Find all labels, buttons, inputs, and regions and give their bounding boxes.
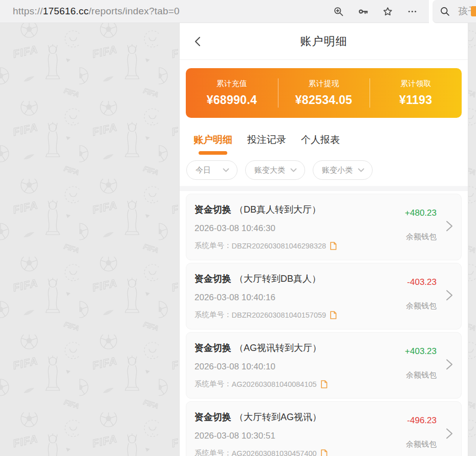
tx-order-label: 系统单号： — [194, 310, 232, 320]
tx-type: 资金切换 — [194, 204, 231, 215]
chevron-down-icon — [358, 168, 364, 172]
summary-label: 累计充值 — [217, 79, 247, 89]
url-path: /reports/index?tab=0 — [89, 6, 180, 16]
address-bar[interactable]: https://175616.cc/reports/index?tab=0 — [0, 0, 429, 23]
tx-description: （大厅转到DB真人） — [234, 274, 321, 284]
section-divider — [180, 186, 468, 191]
panel-header: 账户明细 — [180, 23, 468, 60]
tx-order-number: DBZR202603081040157059 — [232, 311, 327, 319]
tab-label: 账户明细 — [193, 134, 232, 145]
url-prefix: https:// — [13, 6, 43, 16]
tx-type: 资金切换 — [194, 274, 231, 284]
summary-value: ¥1193 — [399, 93, 432, 107]
tx-description: （AG视讯转到大厅） — [234, 343, 321, 353]
tx-order-label: 系统单号： — [194, 379, 232, 389]
transaction-row[interactable]: 资金切换（大厅转到AG视讯） 2026-03-08 10:30:51 系统单号：… — [186, 401, 462, 456]
chevron-down-icon — [290, 168, 297, 172]
tab-account-details[interactable]: 账户明细 — [193, 133, 232, 155]
tx-amount: -496.23 — [407, 416, 437, 426]
copy-icon[interactable] — [330, 242, 337, 250]
tx-type: 资金切换 — [194, 343, 231, 353]
copy-icon[interactable] — [330, 311, 337, 319]
tx-order-number: AG202603081030457400 — [232, 449, 317, 456]
tx-wallet-type: 余额钱包 — [406, 232, 437, 242]
tx-order-number: AG202603081040084105 — [232, 380, 317, 388]
transaction-row[interactable]: 资金切换（DB真人转到大厅） 2026-03-08 10:46:30 系统单号：… — [186, 194, 462, 260]
copy-icon[interactable] — [320, 380, 328, 388]
filter-bar: 今日 账变大类 账变小类 — [186, 160, 468, 180]
tx-amount: +403.23 — [405, 346, 437, 357]
tx-wallet-type: 余额钱包 — [406, 440, 437, 449]
search-icon — [440, 6, 450, 16]
menu-ellipsis-icon[interactable] — [406, 6, 418, 17]
summary-label: 累计领取 — [400, 79, 431, 89]
tx-amount: +480.23 — [405, 208, 437, 218]
transaction-row[interactable]: 资金切换（大厅转到DB真人） 2026-03-08 10:40:16 系统单号：… — [186, 263, 462, 329]
app-panel: 账户明细 累计充值 ¥68990.4 累计提现 ¥82534.05 累计领取 ¥… — [179, 23, 468, 456]
filter-label: 账变小类 — [322, 165, 353, 175]
tx-wallet-type: 余额钱包 — [406, 370, 437, 380]
tx-order-label: 系统单号： — [194, 241, 232, 251]
tx-order-label: 系统单号： — [194, 448, 232, 456]
transaction-list: 资金切换（DB真人转到大厅） 2026-03-08 10:46:30 系统单号：… — [180, 194, 468, 456]
page-background: FIFA FIFA 账户明细 累计充值 ¥68990.4 累计提现 — [0, 23, 476, 456]
filter-label: 账变大类 — [254, 165, 285, 175]
tx-description: （DB真人转到大厅） — [234, 204, 321, 215]
summary-withdraw: 累计提现 ¥82534.05 — [278, 68, 370, 118]
tx-wallet-type: 余额钱包 — [406, 301, 437, 311]
tab-personal-report[interactable]: 个人报表 — [301, 133, 340, 155]
chevron-right-icon — [446, 359, 453, 370]
url-domain: 175616.cc — [43, 6, 89, 16]
tab-bar: 账户明细 投注记录 个人报表 — [193, 133, 468, 155]
summary-card: 累计充值 ¥68990.4 累计提现 ¥82534.05 累计领取 ¥1193 — [186, 68, 462, 118]
browser-toolbar: https://175616.cc/reports/index?tab=0 孩子 — [0, 0, 476, 23]
transaction-row[interactable]: 资金切换（AG视讯转到大厅） 2026-03-08 10:40:10 系统单号：… — [186, 332, 462, 399]
tab-label: 个人报表 — [301, 134, 340, 145]
favorite-star-icon[interactable] — [382, 6, 393, 17]
tab-bet-records[interactable]: 投注记录 — [247, 133, 286, 155]
tab-label: 投注记录 — [247, 134, 286, 145]
summary-value: ¥68990.4 — [207, 93, 257, 107]
summary-recharge: 累计充值 ¥68990.4 — [186, 68, 278, 118]
chevron-right-icon — [446, 289, 453, 301]
tx-type: 资金切换 — [194, 412, 231, 422]
clipped-favicon-icon — [471, 6, 476, 16]
chevron-left-icon — [193, 36, 203, 47]
chevron-right-icon — [446, 428, 453, 439]
zoom-in-icon[interactable] — [333, 6, 344, 17]
url-text[interactable]: https://175616.cc/reports/index?tab=0 — [13, 6, 333, 17]
tx-description: （大厅转到AG视讯） — [234, 412, 321, 422]
chevron-right-icon — [446, 220, 453, 232]
active-tab-underline — [199, 151, 227, 155]
filter-date-dropdown[interactable]: 今日 — [186, 160, 237, 180]
tx-order-number: DBZR202603081046298328 — [232, 242, 327, 250]
page-title: 账户明细 — [300, 34, 348, 49]
summary-value: ¥82534.05 — [295, 93, 352, 107]
key-icon[interactable] — [357, 6, 369, 17]
filter-label: 今日 — [196, 165, 211, 175]
toolbar-divider — [429, 0, 432, 23]
copy-icon[interactable] — [320, 449, 328, 456]
browser-search-box[interactable]: 孩子 — [432, 0, 476, 23]
tx-amount: -403.23 — [407, 277, 437, 287]
back-button[interactable] — [193, 36, 203, 47]
summary-label: 累计提现 — [309, 79, 339, 89]
chevron-down-icon — [223, 168, 229, 172]
filter-major-category-dropdown[interactable]: 账变大类 — [245, 160, 305, 180]
summary-claimed: 累计领取 ¥1193 — [370, 68, 462, 118]
filter-minor-category-dropdown[interactable]: 账变小类 — [313, 160, 373, 180]
